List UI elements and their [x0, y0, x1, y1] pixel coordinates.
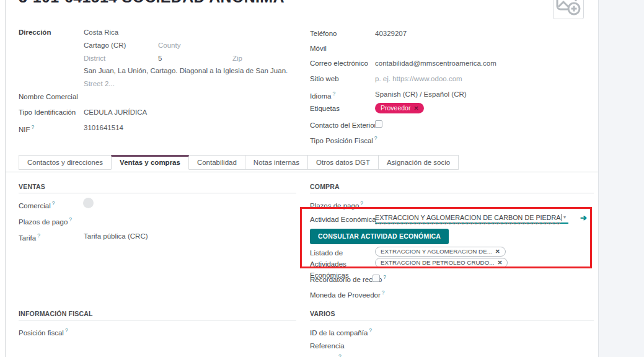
field-label-moneda-proveedor: Moneda de Proveedor? [310, 289, 385, 299]
help-tooltip-icon[interactable]: ? [69, 216, 72, 223]
field-label-actividad-economica: Actividad Económica [310, 216, 376, 223]
nif-field[interactable]: 3101641514 [84, 124, 123, 131]
help-tooltip-icon[interactable]: ? [383, 274, 386, 280]
district-field[interactable]: District [84, 55, 105, 62]
field-label-comercial: Comercial? [19, 200, 55, 209]
tab-contabilidad[interactable]: Contabilidad [188, 155, 245, 170]
tag-proveedor: Proveedor✕ [375, 103, 424, 113]
tab-asignacion-de-socio[interactable]: Asignación de socio [378, 155, 459, 170]
field-label-telefono: Teléfono [310, 30, 337, 37]
field-label-id-compania: ID de la compañía? [310, 327, 372, 337]
district-number-field[interactable]: 5 [158, 55, 162, 62]
idioma-field[interactable]: Spanish (CR) / Español (CR) [375, 90, 467, 98]
internal-link-arrow-icon[interactable]: ➔ [580, 213, 587, 223]
field-label-sitio-web: Sitio web [310, 75, 339, 82]
field-label-posicion-fiscal: Posición fiscal? [19, 327, 68, 337]
field-label-correo: Correo electrónico [310, 60, 368, 67]
section-rule [310, 320, 594, 320]
notebook-tabs: Contactos y direcciones Ventas y compras… [19, 155, 458, 170]
field-label-contacto-exterior: Contacto del Exterior? [310, 120, 381, 129]
tarifa-field[interactable]: Tarifa pública (CRC) [84, 232, 148, 240]
section-title-compra: COMPRA [310, 183, 340, 190]
consultar-actividad-economica-button[interactable]: CONSULTAR ACTIVIDAD ECONÓMICA [310, 229, 449, 244]
tab-notas-internas[interactable]: Notas internas [245, 155, 308, 170]
street2-field[interactable]: Street 2... [84, 80, 115, 87]
tab-bar-divider [5, 172, 598, 172]
section-rule [19, 193, 296, 193]
field-label-plazos-pago-compra: Plazos de pago? [310, 200, 363, 209]
tipo-identificacion-field[interactable]: CEDULA JURÍDICA [84, 108, 147, 116]
field-label-tipo-identificacion: Tipo Identificación [19, 108, 76, 116]
field-label-nombre-comercial: Nombre Comercial [19, 93, 78, 100]
partner-form-page: 3-101-641514 SOCIEDAD ANONIMA Dirección … [0, 0, 644, 357]
actividad-economica-input[interactable]: EXTRACCION Y AGLOMERACION DE CARBON DE P… [375, 211, 568, 224]
help-tooltip-icon[interactable]: ? [37, 232, 40, 239]
section-title-varios: VARIOS [310, 310, 335, 317]
field-label-plazos-pago-ventas: Plazos de pago? [19, 216, 72, 226]
help-tooltip-icon[interactable]: ? [382, 289, 385, 296]
sheet-left-border [5, 0, 6, 357]
help-tooltip-icon[interactable]: ? [374, 135, 377, 141]
section-rule [310, 193, 594, 193]
comercial-avatar-placeholder[interactable] [83, 198, 94, 208]
field-label-etiquetas: Etiquetas [310, 105, 340, 112]
company-image-upload[interactable] [553, 0, 584, 19]
actividad-tag: EXTRACCION DE PETROLEO CRUDO...✕ [375, 258, 508, 268]
help-tooltip-icon[interactable]: ? [360, 200, 363, 206]
help-tooltip-icon[interactable]: ? [65, 327, 68, 333]
help-tooltip-icon[interactable]: ? [333, 90, 336, 97]
help-tooltip-icon[interactable]: ? [52, 200, 55, 206]
actividad-tag: EXTRACCION Y AGLOMERACION DE...✕ [375, 247, 506, 257]
correo-field[interactable]: contabilidad@mmscentroamerica.com [375, 60, 496, 67]
help-tooltip-icon[interactable]: ? [369, 327, 372, 333]
field-label-movil: Móvil [310, 45, 327, 52]
recordatorio-recibo-checkbox[interactable] [373, 275, 380, 282]
tab-otros-datos-dgt[interactable]: Otros datos DGT [307, 155, 379, 170]
field-label-tipo-posicion-fiscal: Tipo Posición Fiscal? [310, 135, 377, 144]
section-rule [19, 320, 296, 320]
image-plus-icon [555, 0, 581, 16]
state-field[interactable]: Cartago (CR) [84, 42, 126, 49]
field-label-tarifa: Tarifa? [19, 232, 40, 242]
tab-ventas-y-compras[interactable]: Ventas y compras [111, 155, 189, 170]
street-field[interactable]: San Juan, La Unión, Cartago. Diagonal a … [84, 67, 288, 74]
tab-contactos-y-direcciones[interactable]: Contactos y direcciones [19, 155, 112, 170]
tag-remove-icon[interactable]: ✕ [497, 259, 502, 266]
help-tooltip-icon[interactable]: ? [32, 124, 35, 130]
dropdown-caret-icon[interactable]: ▾ [563, 214, 566, 220]
zip-field[interactable]: Zip [232, 55, 242, 62]
telefono-field[interactable]: 40329207 [375, 30, 407, 37]
sitio-web-field[interactable]: p. ej. https://www.odoo.com [375, 75, 462, 82]
text-cursor [562, 214, 562, 221]
field-label-nif: NIF? [19, 124, 34, 133]
tag-remove-icon[interactable]: ✕ [495, 248, 500, 255]
actividad-economica-value: EXTRACCION Y AGLOMERACION DE CARBON DE P… [375, 214, 561, 221]
field-label-idioma: Idioma? [310, 90, 335, 100]
chatter-panel-background [598, 0, 644, 357]
tag-remove-icon[interactable]: ✕ [413, 105, 418, 112]
section-title-informacion-fiscal: INFORMACIÓN FISCAL [19, 310, 93, 317]
section-title-ventas: VENTAS [19, 183, 45, 190]
country-field[interactable]: Costa Rica [84, 29, 118, 36]
county-field[interactable]: County [158, 42, 180, 49]
field-label-referencia: Referencia [310, 342, 345, 350]
contacto-exterior-checkbox[interactable] [375, 120, 382, 128]
field-label-direccion: Dirección [19, 29, 51, 36]
cut-off-help-marker: ? [338, 353, 342, 357]
page-title[interactable]: 3-101-641514 SOCIEDAD ANONIMA [19, 0, 285, 6]
